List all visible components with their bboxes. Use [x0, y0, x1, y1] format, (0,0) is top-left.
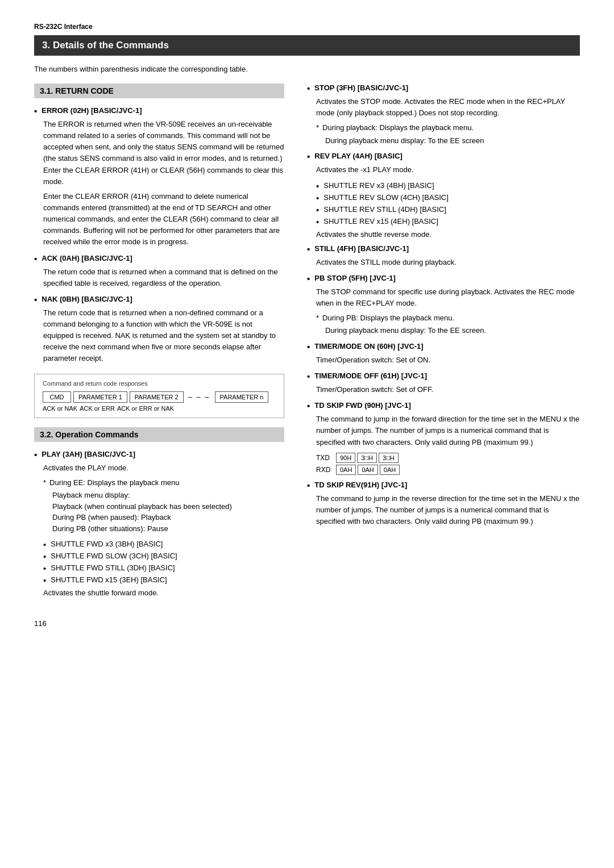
ack-text: The return code that is returned when a …	[43, 266, 284, 289]
td-skip-rev-item: TD SKIP REV(91H) [JVC-1] The command to …	[307, 481, 580, 527]
diagram: Command and return code responses CMD PA…	[34, 374, 284, 418]
play-item: PLAY (3AH) [BASIC/JVC-1] Activates the P…	[34, 450, 284, 535]
error-text2: Enter the CLEAR ERROR (41H) command to d…	[43, 191, 284, 248]
timer-on-text: Timer/Operation switch: Set of ON.	[316, 354, 580, 366]
ack-title: ACK (0AH) [BASIC/JVC-1]	[34, 254, 284, 264]
diagram-ack3: ACK or ERR or NAK	[117, 405, 174, 412]
diagram-paramn: PARAMETER n	[215, 391, 269, 403]
rxd-label: RXD	[316, 466, 334, 474]
ack-item: ACK (0AH) [BASIC/JVC-1] The return code …	[34, 254, 284, 289]
td-skip-rev-text: The command to jump in the reverse direc…	[316, 493, 580, 527]
error-title: ERROR (02H) [BASIC/JVC-1]	[34, 106, 284, 116]
timer-off-text: Timer/Operation switch: Set of OFF.	[316, 384, 580, 395]
pb-stop-sub1: During PB: Displays the playback menu.	[316, 312, 580, 324]
play-sub1: During EE: Displays the playback menu	[43, 477, 284, 489]
rev-play-text: Activates the -x1 PLAY mode.	[316, 164, 580, 176]
txd-label: TXD	[316, 454, 334, 462]
diagram-label: Command and return code responses	[43, 380, 276, 387]
td-skip-fwd-item: TD SKIP FWD (90H) [JVC-1] The command to…	[307, 401, 580, 474]
diagram-param2: PARAMETER 2	[130, 391, 184, 403]
page-number: 116	[34, 619, 580, 628]
diagram-ack-row: ACK or NAK ACK or ERR ACK or ERR or NAK	[43, 405, 276, 412]
diagram-dashes: – – –	[186, 393, 213, 401]
section-subtitle: The numbers within parenthesis indicate …	[34, 65, 580, 73]
td-skip-rev-title: TD SKIP REV(91H) [JVC-1]	[307, 481, 580, 491]
stop-sub2: During playback menu display: To the EE …	[325, 135, 580, 147]
page-header: RS-232C Interface	[34, 23, 580, 31]
pb-stop-text: The STOP command for specific use during…	[316, 286, 580, 309]
stop-sub1: During playback: Displays the playback m…	[316, 122, 580, 133]
rev-play-title: REV PLAY (4AH) [BASIC]	[307, 152, 580, 162]
txd-cell-2: 3□H	[357, 453, 377, 463]
nak-item: NAK (0BH) [BASIC/JVC-1] The return code …	[34, 295, 284, 365]
still-text: Activates the STILL mode during playback…	[316, 257, 580, 268]
nak-title: NAK (0BH) [BASIC/JVC-1]	[34, 295, 284, 305]
shuttle-fwd-x15: SHUTTLE FWD x15 (3EH) [BASIC]	[43, 575, 284, 586]
diagram-param1: PARAMETER 1	[73, 391, 127, 403]
pb-stop-item: PB STOP (5FH) [JVC-1] The STOP command f…	[307, 274, 580, 336]
still-item: STILL (4FH) [BASIC/JVC-1] Activates the …	[307, 244, 580, 268]
shuttle-fwd-still: SHUTTLE FWD STILL (3DH) [BASIC]	[43, 564, 284, 574]
td-skip-fwd-text: The command to jump in the forward direc…	[316, 414, 580, 448]
shuttle-fwd-slow: SHUTTLE FWD SLOW (3CH) [BASIC]	[43, 552, 284, 562]
return-code-title: 3.1. RETURN CODE	[34, 84, 284, 98]
operation-commands-title: 3.2. Operation Commands	[34, 427, 284, 442]
header-label: RS-232C Interface	[34, 23, 580, 31]
timer-off-title: TIMER/MODE OFF (61H) [JVC-1]	[307, 372, 580, 382]
play-title: PLAY (3AH) [BASIC/JVC-1]	[34, 450, 284, 460]
txd-cell-1: 90H	[336, 453, 355, 463]
diagram-top-row: CMD PARAMETER 1 PARAMETER 2 – – – PARAME…	[43, 391, 276, 403]
timer-off-item: TIMER/MODE OFF (61H) [JVC-1] Timer/Opera…	[307, 372, 580, 395]
shuttle-fwd-x3: SHUTTLE FWD x3 (3BH) [BASIC]	[43, 540, 284, 550]
stop-title: STOP (3FH) [BASIC/JVC-1]	[307, 84, 580, 94]
error-item: ERROR (02H) [BASIC/JVC-1] The ERROR is r…	[34, 106, 284, 248]
error-text: The ERROR is returned when the VR-509E r…	[43, 119, 284, 187]
diagram-cmd: CMD	[43, 391, 71, 403]
shuttle-rev-x15: SHUTTLE REV x15 (4EH) [BASIC]	[316, 217, 580, 227]
shuttle-rev-text: Activates the shuttle reverse mode.	[316, 229, 580, 240]
timer-on-item: TIMER/MODE ON (60H) [JVC-1] Timer/Operat…	[307, 342, 580, 366]
txd-row: TXD 90H 3□H 3□H	[316, 453, 580, 463]
shuttle-rev-slow: SHUTTLE REV SLOW (4CH) [BASIC]	[316, 193, 580, 203]
rxd-row: RXD 0AH 0AH 0AH	[316, 465, 580, 475]
play-sub5: During PB (other situations): Pause	[52, 523, 284, 535]
play-sub2: Playback menu display:	[52, 490, 284, 501]
rxd-cell-3: 0AH	[380, 465, 400, 475]
rev-play-item: REV PLAY (4AH) [BASIC] Activates the -x1…	[307, 152, 580, 176]
diagram-ack2: ACK or ERR	[80, 405, 115, 412]
still-title: STILL (4FH) [BASIC/JVC-1]	[307, 244, 580, 254]
play-sub4: During PB (when paused): Playback	[52, 512, 284, 523]
stop-text: Activates the STOP mode. Activates the R…	[316, 96, 580, 119]
pb-stop-title: PB STOP (5FH) [JVC-1]	[307, 274, 580, 284]
shuttle-rev-still: SHUTTLE REV STILL (4DH) [BASIC]	[316, 205, 580, 215]
shuttle-fwd-text: Activates the shuttle forward mode.	[43, 587, 284, 599]
left-column: 3.1. RETURN CODE ERROR (02H) [BASIC/JVC-…	[34, 84, 284, 602]
txd-table: TXD 90H 3□H 3□H RXD 0AH 0AH 0AH	[316, 453, 580, 475]
shuttle-rev-x3: SHUTTLE REV x3 (4BH) [BASIC]	[316, 181, 580, 191]
nak-text: The return code that is returned when a …	[43, 307, 284, 365]
pb-stop-sub2: During playback menu display: To the EE …	[325, 325, 580, 336]
play-sub3: Playback (when continual playback has be…	[52, 501, 284, 512]
td-skip-fwd-title: TD SKIP FWD (90H) [JVC-1]	[307, 401, 580, 411]
stop-item: STOP (3FH) [BASIC/JVC-1] Activates the S…	[307, 84, 580, 146]
right-column: STOP (3FH) [BASIC/JVC-1] Activates the S…	[307, 84, 580, 602]
rxd-cell-1: 0AH	[336, 465, 356, 475]
diagram-ack1: ACK or NAK	[43, 405, 77, 412]
txd-cell-3: 3□H	[379, 453, 399, 463]
timer-on-title: TIMER/MODE ON (60H) [JVC-1]	[307, 342, 580, 352]
section-title: 3. Details of the Commands	[34, 35, 580, 56]
rxd-cell-2: 0AH	[358, 465, 377, 475]
play-text: Activates the PLAY mode.	[43, 462, 284, 474]
main-content: 3.1. RETURN CODE ERROR (02H) [BASIC/JVC-…	[34, 84, 580, 602]
